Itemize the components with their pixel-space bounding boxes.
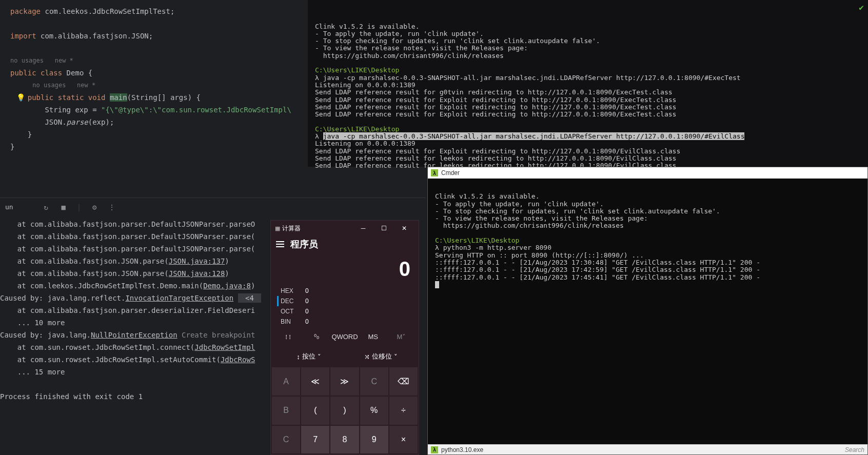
term-line: Clink v1.5.2 is available. [315,23,420,30]
parse-call: parse [67,118,88,126]
calc-key-≪[interactable]: ≪ [301,367,329,395]
radix-row-oct[interactable]: OCT0 [277,306,412,316]
term-line: - To view the release notes, visit the R… [315,44,528,52]
kw: class [41,69,62,77]
memory-store-button[interactable]: MS [360,330,386,344]
term-command: λ java -cp marshalsec-0.0.3-SNAPSHOT-all… [315,132,744,140]
brace: } [10,143,14,151]
run-tab-label[interactable]: un [5,201,13,213]
keypad-icon[interactable]: ⫶⫶ [275,330,301,344]
bit-toggle-icon[interactable]: ⁰₀ [303,330,329,344]
args: (String[] args) { [127,93,201,102]
maximize-button[interactable]: ☐ [373,221,394,236]
radix-label: HEX [281,287,297,294]
memory-dropdown-button[interactable]: M˅ [388,330,415,344]
term-line: - To stop checking for updates, run 'cli… [435,207,720,215]
word-size-button[interactable]: QWORD [331,330,358,344]
calc-key-≫[interactable]: ≫ [330,367,359,395]
term-line: Clink v1.5.2 is available. [435,192,540,200]
bitwise-dropdown[interactable]: ↕ 按位 ˅ [275,349,343,364]
term-output: Send LDAP reference result for Exploit r… [315,103,676,111]
term-line: https://github.com/chrisant996/clink/rel… [315,52,504,60]
calc-key-×[interactable]: × [389,426,418,453]
radix-value: 0 [305,287,309,294]
cmder-window: λ Cmder Clink v1.5.2 is available. - To … [427,167,868,455]
cmder-statusbar: λ python3.10.exe Search [428,444,867,454]
calc-key-)[interactable]: ) [330,397,359,424]
source-link[interactable]: JdbcRowSetImpl [194,343,255,351]
calc-key-7[interactable]: 7 [301,426,329,453]
source-link[interactable]: Demo.java:8 [203,282,251,290]
package-name: com.leekos.JdbcRowSetImplTest [45,7,170,15]
term-output: Send LDAP reference result for leekos re… [315,154,676,162]
source-link[interactable]: InvocationTargetException [125,294,233,302]
source-link[interactable]: JSON.java:137 [169,257,225,265]
search-placeholder[interactable]: Search [845,446,864,453]
cmder-titlebar[interactable]: λ Cmder [428,167,867,179]
rerun-icon[interactable]: ↻ [42,203,50,211]
calc-key-C[interactable]: C [272,426,300,453]
check-icon: ✔ [859,4,864,11]
calc-titlebar[interactable]: ▦计算器 ─ ☐ ✕ [271,221,419,236]
calc-display: 0 [271,252,419,286]
radix-row-hex[interactable]: HEX0 [277,286,412,296]
args: (exp); [88,118,114,126]
terminal-ldap-server[interactable]: ✔ Clink v1.5.2 is available. - To apply … [308,0,868,167]
lambda-prompt: λ [315,132,323,140]
term-command-highlight: java -cp marshalsec-0.0.3-SNAPSHOT-all.j… [323,132,745,140]
term-output: Listening on 0.0.0.0:1389 [315,81,416,89]
ide-code-editor[interactable]: package com.leekos.JdbcRowSetImplTest; i… [0,0,308,197]
radix-row-bin[interactable]: BIN0 [277,316,412,327]
json-ref: JSON. [45,118,66,126]
method-main: main [110,93,127,102]
term-command: λ python3 -m http.server 8090 [435,244,551,251]
term-output: Send LDAP reference result for Exploit r… [315,147,680,155]
term-line: - To apply the update, run 'clink update… [315,30,484,37]
source-link[interactable]: JSON.java:128 [169,269,225,278]
bitshift-dropdown[interactable]: ⤭ 位移位 ˅ [347,349,415,364]
source-link[interactable]: NullPointerException [91,331,177,339]
calc-key-B[interactable]: B [272,397,300,424]
keyword-package: package [10,7,41,15]
intention-bulb-icon[interactable]: 💡 [16,91,25,104]
source-link[interactable]: JdbcRowS [221,355,255,364]
radix-value: 0 [305,318,309,325]
kw: public [10,69,36,77]
term-line: - To stop checking for updates, run 'cli… [315,37,600,45]
term-output: ::ffff:127.0.0.1 - - [21/Aug/2023 17:42:… [435,266,760,273]
kw: public [28,93,54,102]
settings-icon[interactable]: ⚙ [90,203,98,211]
calc-key-÷[interactable]: ÷ [389,397,418,424]
calc-key-⌫[interactable]: ⌫ [389,367,418,395]
class-name: Demo [67,69,84,77]
lbl: 按位 [302,352,315,361]
no-usages-hint: no usages [32,82,66,89]
cmder-terminal[interactable]: Clink v1.5.2 is available. - To apply th… [428,179,867,444]
calc-key-%[interactable]: % [360,397,388,424]
calc-key-([interactable]: ( [301,397,329,424]
close-button[interactable]: ✕ [394,221,415,236]
calc-key-A[interactable]: A [272,367,300,395]
term-output: Serving HTTP on :: port 8090 (http://[::… [435,251,644,259]
cmder-tab-icon: λ [431,446,438,453]
console-toolbar: un ↻ ■ | ⚙ ⋮ [0,197,426,216]
radix-value: 0 [305,298,309,305]
radix-row-dec[interactable]: DEC0 [277,296,412,306]
radix-label: DEC [281,298,297,305]
calc-key-C[interactable]: C [360,367,388,395]
cmder-tab-label[interactable]: python3.10.exe [441,446,483,453]
brace: { [84,69,92,77]
calc-key-9[interactable]: 9 [360,426,388,453]
stop-icon[interactable]: ■ [60,203,68,211]
term-output: Send LDAP reference result for Exploit r… [315,96,676,104]
minimize-button[interactable]: ─ [353,221,373,236]
terminal-cursor [435,281,439,288]
more-icon[interactable]: ⋮ [108,203,116,211]
fold-badge[interactable]: <4 [238,293,262,303]
kw: void [88,93,106,102]
kw: static [58,93,84,102]
create-breakpoint-hint[interactable]: Create breakpoint [177,331,255,339]
calc-key-8[interactable]: 8 [330,426,359,453]
menu-icon[interactable] [276,241,284,247]
term-output: Listening on 0.0.0.0:1389 [315,140,416,147]
